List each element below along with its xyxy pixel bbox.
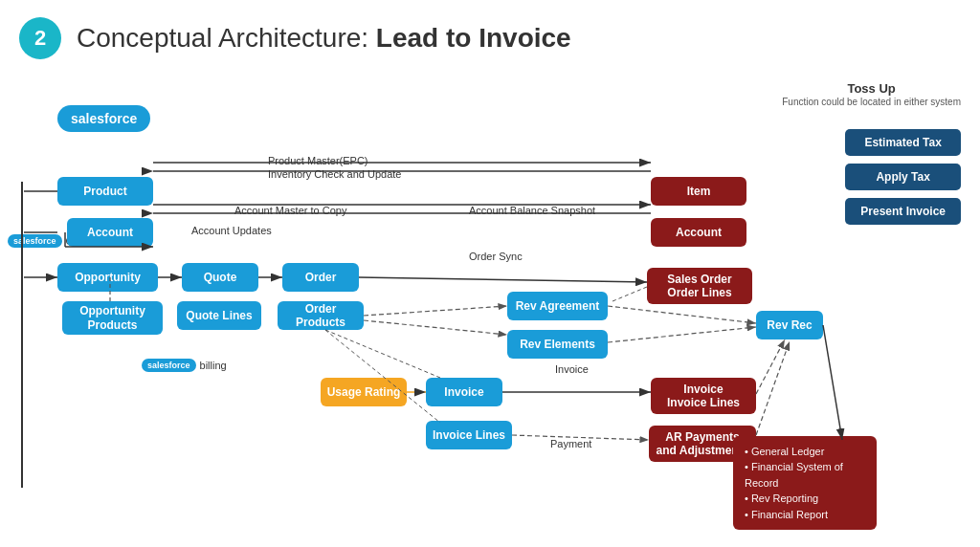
diagram: Toss Up Function could be located in eit… xyxy=(0,77,980,547)
quote-box: Quote xyxy=(182,263,258,292)
account-master-label: Account Master to Copy xyxy=(234,205,346,216)
svg-line-27 xyxy=(325,330,440,378)
account-right-box: Account xyxy=(651,218,746,247)
account-updates-label: Account Updates xyxy=(191,225,272,236)
toss-up-title: Toss Up xyxy=(782,81,961,96)
billing-text: billing xyxy=(200,360,227,371)
title-bold: Lead to Invoice xyxy=(376,23,571,53)
quote-lines-box: Quote Lines xyxy=(177,301,261,330)
svg-line-12 xyxy=(364,306,507,316)
opportunity-box: Opportunity xyxy=(57,263,158,292)
account-balance-label: Account Balance Snapshot xyxy=(469,205,595,216)
svg-line-21 xyxy=(756,341,790,435)
header: 2 Conceptual Architecture: Lead to Invoi… xyxy=(0,0,980,69)
svg-line-28 xyxy=(325,330,440,423)
svg-line-17 xyxy=(608,306,756,323)
rev-agreement-box: Rev Agreement xyxy=(507,292,608,320)
order-box: Order xyxy=(282,263,359,292)
sales-order-box: Sales OrderOrder Lines xyxy=(647,268,752,304)
present-invoice-button[interactable]: Present Invoice xyxy=(845,198,961,225)
gl-box: • General Ledger • Financial System of R… xyxy=(733,436,877,531)
rev-rec-box: Rev Rec xyxy=(756,311,823,339)
invoice-box: Invoice xyxy=(426,378,502,406)
estimated-tax-button[interactable]: Estimated Tax xyxy=(845,129,961,156)
title-regular: Conceptual Architecture: xyxy=(77,23,376,53)
apply-tax-button[interactable]: Apply Tax xyxy=(845,164,961,190)
svg-line-13 xyxy=(364,320,507,335)
usage-rating-box: Usage Rating xyxy=(321,378,407,406)
gl-line-1: • General Ledger xyxy=(745,444,865,460)
item-box: Item xyxy=(651,177,746,206)
slide-number: 2 xyxy=(19,17,61,59)
invoice-right-box: InvoiceInvoice Lines xyxy=(651,378,756,414)
left-vertical-line xyxy=(21,182,23,488)
toss-up-section: Toss Up Function could be located in eit… xyxy=(782,81,961,108)
account-left-box: Account xyxy=(67,218,153,247)
invoice-lines-box: Invoice Lines xyxy=(426,421,512,449)
salesforce-billing-icon: salesforce xyxy=(142,359,196,372)
svg-line-22 xyxy=(823,325,842,440)
rev-elements-box: Rev Elements xyxy=(507,330,608,359)
salesforce-cloud-icon: salesforce xyxy=(57,105,150,132)
right-buttons-panel: Estimated Tax Apply Tax Present Invoice xyxy=(845,129,961,225)
page: 2 Conceptual Architecture: Lead to Invoi… xyxy=(0,0,980,547)
toss-up-subtitle: Function could be located in either syst… xyxy=(782,96,961,108)
salesforce-billing-label: salesforce billing xyxy=(142,359,227,372)
svg-line-18 xyxy=(608,327,756,342)
invoice-label: Invoice xyxy=(555,363,589,375)
order-products-box: Order Products xyxy=(278,301,364,330)
product-box: Product xyxy=(57,177,153,206)
inventory-check-label: Inventory Check and Update xyxy=(268,168,401,180)
svg-line-11 xyxy=(359,277,647,282)
salesforce-logo: salesforce xyxy=(57,105,150,132)
gl-line-3: • Rev Reporting xyxy=(745,491,865,507)
product-master-label: Product Master(EPC) xyxy=(268,155,368,166)
svg-line-20 xyxy=(756,339,785,394)
gl-line-4: • Financial Report xyxy=(745,507,865,523)
opportunity-products-box: Opportunity Products xyxy=(62,301,163,335)
order-sync-label: Order Sync xyxy=(469,251,523,262)
payment-label: Payment xyxy=(550,438,591,449)
page-title: Conceptual Architecture: Lead to Invoice xyxy=(77,23,571,54)
gl-line-2: • Financial System of Record xyxy=(745,459,865,491)
salesforce-cpq-icon: salesforce xyxy=(8,234,62,248)
svg-line-19 xyxy=(612,287,647,301)
